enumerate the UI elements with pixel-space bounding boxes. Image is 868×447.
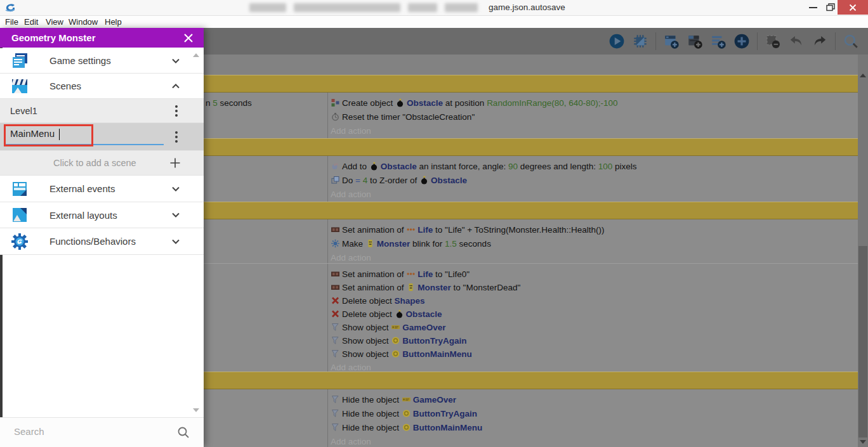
add-action-link[interactable]: Add action <box>331 363 371 372</box>
action-line[interactable]: Reset the timer "ObstacleCreation" <box>331 110 855 124</box>
conditions-cell[interactable] <box>204 389 328 447</box>
action-line[interactable]: Hide the object ButtonMainMenu <box>331 421 855 435</box>
action-line[interactable]: Add action <box>331 435 855 447</box>
scene-menu-icon[interactable] <box>172 104 181 118</box>
action-line[interactable]: Add action <box>331 361 855 374</box>
action-line[interactable]: Make Monster blink for 1.5 seconds <box>331 237 855 251</box>
conditions-cell[interactable]: n 5 seconds <box>204 93 328 138</box>
action-line[interactable]: Delete object Shapes <box>331 294 855 308</box>
add-scene-label: Click to add a scene <box>53 158 136 168</box>
scene-item-mainmenu[interactable] <box>0 123 204 151</box>
add-comment-button[interactable] <box>710 33 727 49</box>
actions-cell[interactable]: Hide the object GameOverHide the object … <box>328 389 858 447</box>
condition-line[interactable]: n 5 seconds <box>206 96 326 110</box>
chevron-down-icon <box>169 209 182 221</box>
delete-event-button[interactable] <box>765 33 781 49</box>
add-event-button[interactable] <box>663 33 680 49</box>
button-circle-icon <box>391 349 400 358</box>
monster-icon <box>365 239 375 248</box>
event-row: n 5 secondsCreate object Obstacle at pos… <box>204 93 858 138</box>
create-object-icon <box>331 98 340 107</box>
zorder-icon <box>331 176 340 185</box>
action-line[interactable]: Do = 4 to Z-order of Obstacle <box>331 174 855 188</box>
add-action-link[interactable]: Add action <box>331 253 371 262</box>
animation-icon <box>331 225 340 234</box>
scrollbar-thumb[interactable] <box>858 246 867 437</box>
minimize-button[interactable] <box>803 0 822 15</box>
action-line[interactable]: Create object Obstacle at position Rando… <box>331 96 855 110</box>
action-line[interactable]: Show object GameOver <box>331 321 855 334</box>
action-line[interactable]: Set animation of Life to "Life" + ToStri… <box>331 223 855 237</box>
scroll-up-icon[interactable] <box>860 74 866 77</box>
action-line[interactable]: Add action <box>331 124 855 138</box>
sidebar-item-game-settings[interactable]: Game settings <box>0 48 204 74</box>
add-more-button[interactable] <box>733 33 750 49</box>
add-action-link[interactable]: Add action <box>331 437 371 446</box>
visibility-icon <box>331 423 340 432</box>
scene-name: Level1 <box>10 106 37 116</box>
menu-view[interactable]: View <box>46 17 63 27</box>
search-button[interactable] <box>843 33 859 49</box>
conditions-cell[interactable] <box>204 156 328 202</box>
menu-help[interactable]: Help <box>105 17 122 27</box>
delete-object-icon <box>331 296 340 305</box>
action-line[interactable]: Add action <box>331 251 855 265</box>
drawer-scroll-up-icon[interactable] <box>193 53 199 57</box>
action-line[interactable]: Set animation of Monster to "MonsterDead… <box>331 281 855 294</box>
conditions-cell[interactable] <box>204 264 328 372</box>
redo-button[interactable] <box>812 33 828 49</box>
monster-icon <box>406 283 416 292</box>
add-action-link[interactable]: Add action <box>331 190 371 199</box>
scene-menu-icon[interactable] <box>172 130 181 144</box>
drawer-scroll-down-icon[interactable] <box>193 408 199 412</box>
menu-edit[interactable]: Edit <box>24 17 38 27</box>
close-drawer-icon[interactable] <box>182 32 195 44</box>
sidebar-item-label: Functions/Behaviors <box>49 236 136 247</box>
sidebar-item-functions-behaviors[interactable]: Functions/Behaviors <box>0 228 204 255</box>
menu-file[interactable]: File <box>5 17 18 27</box>
chevron-down-icon <box>169 55 182 67</box>
scene-rename-input[interactable] <box>10 128 157 139</box>
action-line[interactable]: Hide the object GameOver <box>331 393 855 407</box>
action-line[interactable]: Show object ButtonTryAgain <box>331 334 855 347</box>
action-line[interactable]: Hide the object ButtonTryAgain <box>331 407 855 421</box>
scene-item-level1[interactable]: Level1 <box>0 99 204 123</box>
action-line[interactable]: Add to Obstacle an instant force, angle:… <box>331 160 855 174</box>
external-layouts-icon <box>10 205 29 224</box>
scroll-down-icon[interactable] <box>860 440 866 444</box>
drawer-header: Geometry Monster <box>0 28 204 48</box>
event-group-header[interactable] <box>204 75 858 93</box>
add-scene-row[interactable]: Click to add a scene <box>0 151 204 176</box>
add-subevent-button[interactable] <box>687 33 703 49</box>
event-group-header[interactable] <box>204 372 858 389</box>
sidebar-item-external-events[interactable]: External events <box>0 176 204 202</box>
actions-cell[interactable]: Set animation of Life to "Life0"Set anim… <box>328 264 858 372</box>
toolbar-separator <box>655 32 656 50</box>
debug-button[interactable] <box>632 33 648 49</box>
add-action-link[interactable]: Add action <box>331 126 371 136</box>
menu-window[interactable]: Window <box>69 17 98 27</box>
sidebar-item-external-layouts[interactable]: External layouts <box>0 202 204 228</box>
action-line[interactable]: Delete object Obstacle <box>331 308 855 321</box>
actions-cell[interactable]: Add to Obstacle an instant force, angle:… <box>328 156 858 202</box>
event-group-header[interactable] <box>204 202 858 219</box>
events-scrollbar[interactable] <box>858 55 868 447</box>
search-input[interactable] <box>13 425 165 437</box>
action-line[interactable]: Show object ButtonMainMenu <box>331 347 855 361</box>
actions-cell[interactable]: Create object Obstacle at position Rando… <box>328 93 858 138</box>
action-line[interactable]: Set animation of Life to "Life0" <box>331 268 855 281</box>
search-icon[interactable] <box>177 426 190 439</box>
plus-icon[interactable] <box>169 157 181 169</box>
undo-button[interactable] <box>788 33 805 49</box>
preview-play-button[interactable] <box>608 33 625 49</box>
sidebar-item-scenes[interactable]: Scenes <box>0 74 204 99</box>
action-line[interactable]: Add action <box>331 188 855 202</box>
event-group-header[interactable] <box>204 138 858 156</box>
close-button[interactable] <box>838 0 868 15</box>
actions-cell[interactable]: Set animation of Life to "Life" + ToStri… <box>328 219 858 263</box>
chevron-down-icon <box>169 235 182 248</box>
conditions-cell[interactable] <box>204 219 328 263</box>
events-sheet: n 5 secondsCreate object Obstacle at pos… <box>204 55 858 447</box>
sidebar-item-label: Game settings <box>49 55 111 66</box>
drawer-search-row <box>0 417 204 447</box>
